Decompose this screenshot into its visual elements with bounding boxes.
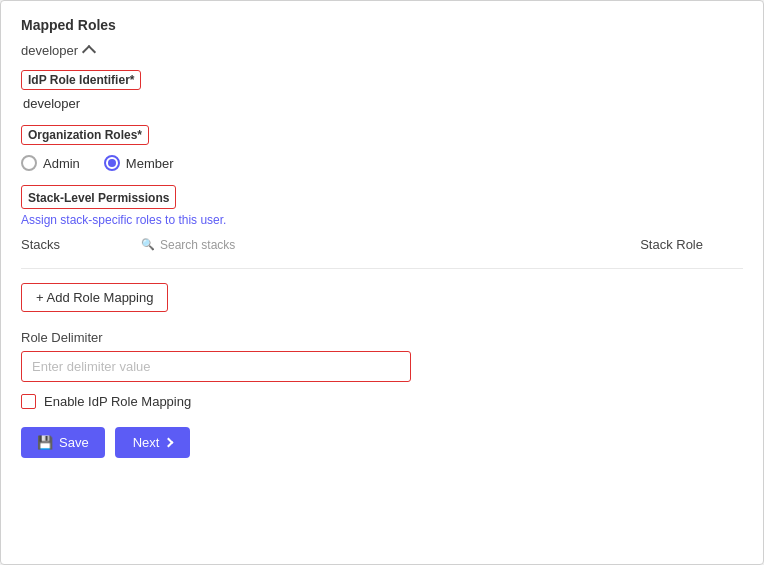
stack-role-header: Stack Role	[640, 237, 743, 252]
role-delimiter-label: Role Delimiter	[21, 330, 743, 345]
page-title: Mapped Roles	[21, 17, 743, 33]
main-window: Mapped Roles developer IdP Role Identifi…	[0, 0, 764, 565]
idp-role-label: IdP Role Identifier*	[21, 70, 141, 90]
idp-role-value: developer	[21, 96, 743, 111]
next-button[interactable]: Next	[115, 427, 191, 458]
delimiter-input[interactable]	[21, 351, 411, 382]
stack-permissions-box: Stack-Level Permissions	[21, 185, 176, 209]
radio-group: Admin Member	[21, 155, 743, 171]
search-icon: 🔍	[141, 238, 155, 251]
radio-label-admin: Admin	[43, 156, 80, 171]
stacks-header: Stacks	[21, 237, 60, 252]
org-roles-block: Organization Roles* Admin Member	[21, 125, 743, 171]
assign-text: Assign stack-specific roles to this user…	[21, 213, 743, 227]
arrow-right-icon	[164, 438, 174, 448]
stacks-row: Stacks 🔍 Search stacks Stack Role	[21, 237, 743, 252]
stacks-col: Stacks	[21, 237, 141, 252]
next-label: Next	[133, 435, 160, 450]
search-stacks-placeholder: Search stacks	[160, 238, 235, 252]
add-role-mapping-button[interactable]: + Add Role Mapping	[21, 283, 168, 312]
radio-label-member: Member	[126, 156, 174, 171]
save-label: Save	[59, 435, 89, 450]
idp-role-block: IdP Role Identifier* developer	[21, 70, 743, 111]
save-icon: 💾	[37, 435, 53, 450]
save-button[interactable]: 💾 Save	[21, 427, 105, 458]
developer-row[interactable]: developer	[21, 43, 743, 58]
search-stacks-area[interactable]: 🔍 Search stacks	[141, 238, 640, 252]
footer-buttons: 💾 Save Next	[21, 427, 743, 458]
enable-idp-label: Enable IdP Role Mapping	[44, 394, 191, 409]
enable-idp-checkbox[interactable]	[21, 394, 36, 409]
org-roles-label: Organization Roles*	[21, 125, 149, 145]
radio-member[interactable]: Member	[104, 155, 174, 171]
radio-admin[interactable]: Admin	[21, 155, 80, 171]
divider	[21, 268, 743, 269]
role-delimiter-section: Role Delimiter	[21, 330, 743, 382]
stack-permissions-label: Stack-Level Permissions	[28, 191, 169, 205]
radio-circle-admin	[21, 155, 37, 171]
developer-label: developer	[21, 43, 78, 58]
radio-circle-member	[104, 155, 120, 171]
enable-idp-row: Enable IdP Role Mapping	[21, 394, 743, 409]
stack-permissions-block: Stack-Level Permissions Assign stack-spe…	[21, 185, 743, 252]
chevron-up-icon	[82, 45, 96, 59]
